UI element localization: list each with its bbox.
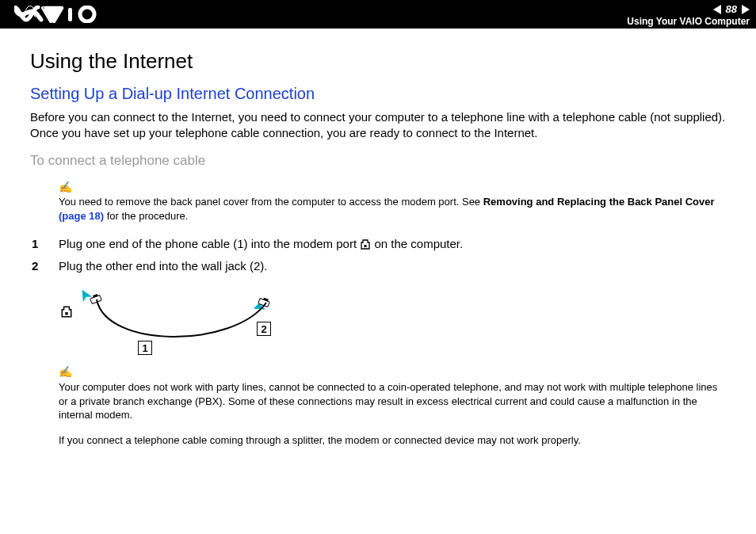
step1-text-a: Plug one end of the phone cable (1) into…	[59, 237, 360, 250]
page-content: Using the Internet Setting Up a Dial-up …	[0, 29, 756, 456]
note1-text-post: for the procedure.	[104, 210, 188, 222]
steps-list: 1 Plug one end of the phone cable (1) in…	[30, 234, 729, 276]
note1-text-pre: You need to remove the back panel cover …	[59, 196, 483, 208]
vaio-logo: VAIO	[14, 6, 109, 23]
diagram-label-2: 2	[257, 322, 271, 336]
note1-link[interactable]: (page 18)	[59, 210, 104, 222]
breadcrumb: Using Your VAIO Computer	[627, 16, 750, 27]
header-right: 88 Using Your VAIO Computer	[627, 2, 750, 27]
header-bar: VAIO 88 Using Your VAIO Computer	[0, 0, 756, 29]
page-title: Using the Internet	[30, 49, 729, 74]
page-subtitle: Setting Up a Dial-up Internet Connection	[30, 85, 729, 103]
cable-diagram: ➤ ➤ 1 2	[59, 285, 296, 357]
note-3: If you connect a telephone cable coming …	[59, 433, 729, 448]
note2-text: Your computer does not work with party l…	[59, 381, 717, 421]
note-2: ✍ Your computer does not work with party…	[59, 364, 729, 422]
prev-page-icon[interactable]	[713, 5, 721, 14]
svg-point-3	[80, 7, 94, 21]
modem-port-icon	[360, 235, 371, 256]
step1-text-b: on the computer.	[371, 237, 463, 250]
modem-port-icon	[60, 306, 73, 321]
svg-rect-5	[65, 313, 67, 315]
note1-bold: Removing and Replacing the Back Panel Co…	[483, 196, 715, 208]
note-1: ✍ You need to remove the back panel cove…	[59, 180, 729, 223]
step-1: 1 Plug one end of the phone cable (1) in…	[30, 234, 729, 256]
section-heading: To connect a telephone cable	[30, 153, 729, 169]
next-page-icon[interactable]	[742, 5, 750, 14]
svg-rect-4	[365, 245, 367, 247]
intro-paragraph: Before you can connect to the Internet, …	[30, 109, 729, 142]
page-navigation: 88	[713, 3, 750, 16]
diagram-label-1: 1	[138, 341, 152, 355]
step-number: 1	[30, 234, 59, 256]
note-icon: ✍	[59, 364, 729, 380]
page-number: 88	[726, 3, 737, 16]
step-text: Plug the other end into the wall jack (2…	[59, 256, 267, 277]
step-text: Plug one end of the phone cable (1) into…	[59, 234, 463, 256]
step-number: 2	[30, 256, 59, 277]
cable-line	[90, 293, 273, 341]
note-icon: ✍	[59, 180, 729, 195]
svg-rect-2	[68, 8, 72, 21]
step-2: 2 Plug the other end into the wall jack …	[30, 256, 729, 277]
